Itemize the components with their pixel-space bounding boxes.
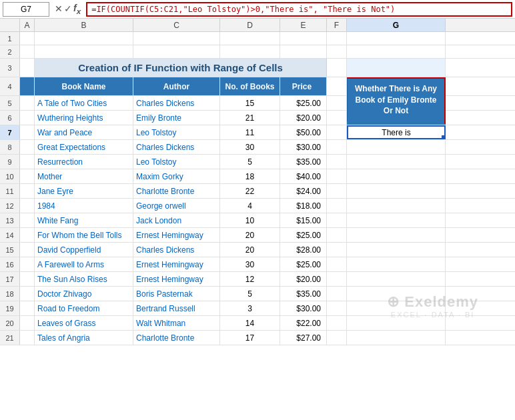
cell-B14[interactable]: For Whom the Bell Tolls: [35, 228, 133, 242]
cancel-icon[interactable]: ✕: [55, 3, 63, 14]
cell-C8[interactable]: Charles Dickens: [133, 140, 220, 154]
cell-F7[interactable]: [327, 125, 347, 139]
cell-B16[interactable]: A Farewell to Arms: [35, 257, 133, 271]
cell-E11[interactable]: $24.00: [280, 184, 327, 198]
cell-A5[interactable]: [20, 96, 35, 110]
cell-D12[interactable]: 4: [220, 199, 280, 213]
cell-reference-box[interactable]: G7: [3, 2, 49, 17]
cell-B6[interactable]: Wuthering Heights: [35, 111, 133, 125]
cell-B10[interactable]: Mother: [35, 169, 133, 183]
cell-D21[interactable]: 17: [220, 331, 280, 345]
cell-C10[interactable]: Maxim Gorky: [133, 169, 220, 183]
cell-E2[interactable]: [280, 45, 327, 58]
cell-G20[interactable]: [347, 316, 446, 330]
cell-F2[interactable]: [327, 45, 347, 58]
cell-D15[interactable]: 20: [220, 243, 280, 257]
cell-G16[interactable]: [347, 257, 446, 271]
cell-A21[interactable]: [20, 331, 35, 345]
cell-G10[interactable]: [347, 169, 446, 183]
cell-D8[interactable]: 30: [220, 140, 280, 154]
cell-G15[interactable]: [347, 243, 446, 257]
cell-E4[interactable]: Price: [280, 77, 327, 95]
cell-F5[interactable]: [327, 96, 347, 110]
cell-F1[interactable]: [327, 32, 347, 45]
cell-F18[interactable]: [327, 287, 347, 301]
cell-B19[interactable]: Road to Freedom: [35, 301, 133, 315]
row-num-14[interactable]: 14: [0, 228, 20, 242]
confirm-icon[interactable]: ✓: [64, 3, 72, 14]
cell-E15[interactable]: $28.00: [280, 243, 327, 257]
cell-B1[interactable]: [35, 32, 133, 45]
cell-D4[interactable]: No. of Books: [220, 77, 280, 95]
cell-F17[interactable]: [327, 272, 347, 286]
cell-C15[interactable]: Charles Dickens: [133, 243, 220, 257]
row-num-20[interactable]: 20: [0, 316, 20, 330]
cell-G9[interactable]: [347, 155, 446, 169]
cell-A3[interactable]: [20, 59, 35, 77]
cell-G11[interactable]: [347, 184, 446, 198]
cell-A11[interactable]: [20, 184, 35, 198]
cell-D18[interactable]: 5: [220, 287, 280, 301]
cell-B8[interactable]: Great Expectations: [35, 140, 133, 154]
cell-A16[interactable]: [20, 257, 35, 271]
cell-A17[interactable]: [20, 272, 35, 286]
cell-E18[interactable]: $35.00: [280, 287, 327, 301]
cell-E17[interactable]: $20.00: [280, 272, 327, 286]
cell-E8[interactable]: $30.00: [280, 140, 327, 154]
col-header-E[interactable]: E: [280, 19, 327, 31]
cell-E14[interactable]: $25.00: [280, 228, 327, 242]
cell-G12[interactable]: [347, 199, 446, 213]
cell-D19[interactable]: 3: [220, 301, 280, 315]
cell-D5[interactable]: 15: [220, 96, 280, 110]
row-num-3[interactable]: 3: [0, 59, 20, 77]
cell-F11[interactable]: [327, 184, 347, 198]
row-num-8[interactable]: 8: [0, 140, 20, 154]
cell-F4[interactable]: [327, 77, 347, 95]
cell-E6[interactable]: $20.00: [280, 111, 327, 125]
cell-C9[interactable]: Leo Tolstoy: [133, 155, 220, 169]
cell-A20[interactable]: [20, 316, 35, 330]
cell-F12[interactable]: [327, 199, 347, 213]
cell-C21[interactable]: Charlotte Bronte: [133, 331, 220, 345]
cell-B13[interactable]: White Fang: [35, 213, 133, 227]
cell-G21[interactable]: [347, 331, 446, 345]
cell-D2[interactable]: [220, 45, 280, 58]
cell-E7[interactable]: $50.00: [280, 125, 327, 139]
cell-A6[interactable]: [20, 111, 35, 125]
cell-F14[interactable]: [327, 228, 347, 242]
cell-F20[interactable]: [327, 316, 347, 330]
cell-B21[interactable]: Tales of Angria: [35, 331, 133, 345]
cell-B4[interactable]: Book Name: [35, 77, 133, 95]
row-num-12[interactable]: 12: [0, 199, 20, 213]
cell-C19[interactable]: Bertrand Russell: [133, 301, 220, 315]
cell-B5[interactable]: A Tale of Two Cities: [35, 96, 133, 110]
cell-F21[interactable]: [327, 331, 347, 345]
row-num-21[interactable]: 21: [0, 331, 20, 345]
cell-B18[interactable]: Doctor Zhivago: [35, 287, 133, 301]
cell-D1[interactable]: [220, 32, 280, 45]
col-header-F[interactable]: F: [327, 19, 347, 31]
cell-A14[interactable]: [20, 228, 35, 242]
row-num-17[interactable]: 17: [0, 272, 20, 286]
cell-B12[interactable]: 1984: [35, 199, 133, 213]
cell-G2[interactable]: [347, 45, 446, 58]
cell-A2[interactable]: [20, 45, 35, 58]
cell-A7[interactable]: [20, 125, 35, 139]
cell-G18[interactable]: [347, 287, 446, 301]
cell-F10[interactable]: [327, 169, 347, 183]
cell-B15[interactable]: David Copperfield: [35, 243, 133, 257]
cell-A18[interactable]: [20, 287, 35, 301]
cell-G17[interactable]: [347, 272, 446, 286]
row-num-16[interactable]: 16: [0, 257, 20, 271]
row-num-10[interactable]: 10: [0, 169, 20, 183]
row-num-2[interactable]: 2: [0, 45, 20, 58]
col-header-B[interactable]: B: [35, 19, 133, 31]
cell-F6[interactable]: [327, 111, 347, 125]
cell-A10[interactable]: [20, 169, 35, 183]
cell-A9[interactable]: [20, 155, 35, 169]
cell-C1[interactable]: [133, 32, 220, 45]
row-num-15[interactable]: 15: [0, 243, 20, 257]
cell-G13[interactable]: [347, 213, 446, 227]
col-header-D[interactable]: D: [220, 19, 280, 31]
row-num-7[interactable]: 7: [0, 125, 20, 139]
